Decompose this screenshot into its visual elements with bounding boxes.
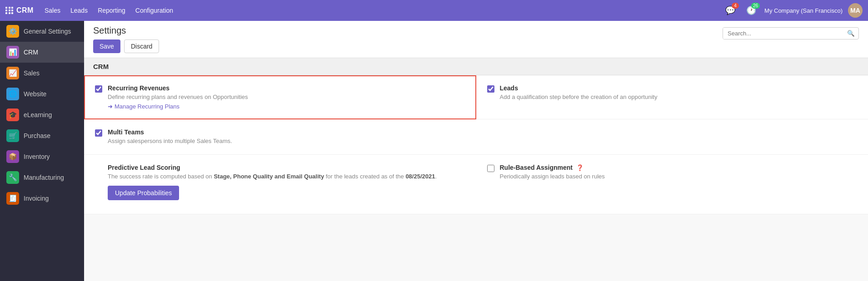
leads-checkbox[interactable] bbox=[487, 85, 494, 93]
leads-content: Leads Add a qualification step before th… bbox=[500, 84, 858, 101]
app-logo[interactable]: CRM bbox=[5, 6, 34, 15]
sidebar-item-label: Sales bbox=[24, 69, 40, 77]
search-button[interactable]: 🔍 bbox=[843, 28, 858, 39]
multi-teams-desc: Assign salespersons into multiple Sales … bbox=[108, 137, 465, 145]
nav-sales[interactable]: Sales bbox=[40, 4, 65, 17]
page-header: Settings Save Discard 🔍 bbox=[84, 21, 868, 58]
manage-recurring-plans-link[interactable]: ➜ Manage Recurring Plans bbox=[108, 103, 180, 110]
main-layout: ⚙️ General Settings 📊 CRM 📈 Sales 🌐 Webs… bbox=[0, 21, 868, 281]
sidebar-item-manufacturing[interactable]: 🔧 Manufacturing bbox=[0, 167, 84, 188]
rule-based-content: Rule-Based Assignment ❓ Periodically ass… bbox=[500, 164, 858, 181]
sales-icon: 📈 bbox=[6, 67, 19, 79]
save-button[interactable]: Save bbox=[93, 39, 120, 53]
search-input[interactable] bbox=[723, 28, 843, 39]
recurring-revenues-content: Recurring Revenues Define recurring plan… bbox=[108, 84, 465, 110]
multi-teams-title: Multi Teams bbox=[108, 128, 465, 136]
sidebar-item-crm[interactable]: 📊 CRM bbox=[0, 42, 84, 63]
manufacturing-icon: 🔧 bbox=[6, 171, 19, 184]
multi-teams-right-empty bbox=[476, 119, 868, 155]
discard-button[interactable]: Discard bbox=[124, 39, 159, 53]
user-avatar[interactable]: MA bbox=[848, 3, 863, 18]
sidebar-item-label: Invoicing bbox=[24, 195, 49, 202]
recurring-revenues-checkbox[interactable] bbox=[95, 85, 102, 93]
rule-based-checkbox[interactable] bbox=[487, 165, 494, 172]
top-nav-links: Sales Leads Reporting Configuration bbox=[40, 4, 720, 17]
sidebar-item-label: Inventory bbox=[24, 153, 50, 160]
leads-setting: Leads Add a qualification step before th… bbox=[476, 75, 868, 119]
sidebar: ⚙️ General Settings 📊 CRM 📈 Sales 🌐 Webs… bbox=[0, 21, 84, 281]
crm-section-header: CRM bbox=[84, 58, 868, 75]
grid-icon bbox=[5, 7, 14, 14]
action-buttons: Save Discard bbox=[93, 39, 859, 53]
predictive-title: Predictive Lead Scoring bbox=[108, 164, 465, 171]
app-name: CRM bbox=[16, 6, 34, 15]
content-area: Settings Save Discard 🔍 CRM Recur bbox=[84, 21, 868, 281]
rule-based-title: Rule-Based Assignment ❓ bbox=[500, 164, 858, 171]
sidebar-item-purchase[interactable]: 🛒 Purchase bbox=[0, 125, 84, 146]
leads-title: Leads bbox=[500, 84, 858, 92]
nav-leads[interactable]: Leads bbox=[66, 4, 92, 17]
sidebar-item-label: CRM bbox=[24, 49, 38, 56]
chat-notification[interactable]: 💬 4 bbox=[723, 5, 738, 16]
recurring-revenues-desc: Define recurring plans and revenues on O… bbox=[108, 93, 465, 101]
sidebar-item-sales[interactable]: 📈 Sales bbox=[0, 63, 84, 84]
predictive-scoring-setting: Predictive Lead Scoring The success rate… bbox=[84, 155, 476, 214]
inventory-icon: 📦 bbox=[6, 150, 19, 163]
clock-badge: 26 bbox=[751, 3, 760, 9]
website-icon: 🌐 bbox=[6, 88, 19, 100]
sidebar-item-invoicing[interactable]: 🧾 Invoicing bbox=[0, 188, 84, 209]
sidebar-item-label: Purchase bbox=[24, 132, 50, 139]
recurring-revenues-title: Recurring Revenues bbox=[108, 84, 465, 92]
rule-based-help-icon: ❓ bbox=[576, 164, 584, 171]
sidebar-item-label: General Settings bbox=[24, 28, 71, 35]
purchase-icon: 🛒 bbox=[6, 129, 19, 142]
leads-desc: Add a qualification step before the crea… bbox=[500, 93, 858, 101]
nav-configuration[interactable]: Configuration bbox=[131, 4, 178, 17]
sidebar-item-label: Website bbox=[24, 90, 46, 98]
top-navigation: CRM Sales Leads Reporting Configuration … bbox=[0, 0, 868, 21]
clock-notification[interactable]: 🕐 26 bbox=[743, 5, 759, 16]
general-settings-icon: ⚙️ bbox=[6, 25, 19, 38]
multi-teams-content: Multi Teams Assign salespersons into mul… bbox=[108, 128, 465, 145]
top-nav-right: 💬 4 🕐 26 My Company (San Francisco) MA bbox=[723, 3, 863, 18]
sidebar-item-label: Manufacturing bbox=[24, 174, 64, 181]
settings-grid: Recurring Revenues Define recurring plan… bbox=[84, 75, 868, 214]
update-probabilities-button[interactable]: Update Probabilities bbox=[108, 186, 179, 200]
recurring-link-label: Manage Recurring Plans bbox=[115, 103, 180, 110]
crm-icon: 📊 bbox=[6, 46, 19, 59]
rule-based-desc: Periodically assign leads based on rules bbox=[500, 173, 858, 181]
sidebar-item-website[interactable]: 🌐 Website bbox=[0, 84, 84, 104]
content-scroll: CRM Recurring Revenues Define recurring … bbox=[84, 58, 868, 281]
predictive-desc: The success rate is computed based on St… bbox=[108, 173, 465, 181]
company-name[interactable]: My Company (San Francisco) bbox=[764, 7, 843, 14]
sidebar-item-general-settings[interactable]: ⚙️ General Settings bbox=[0, 21, 84, 42]
rule-based-setting: Rule-Based Assignment ❓ Periodically ass… bbox=[476, 155, 868, 214]
sidebar-item-label: eLearning bbox=[24, 111, 52, 118]
sidebar-item-inventory[interactable]: 📦 Inventory bbox=[0, 146, 84, 167]
recurring-revenues-setting: Recurring Revenues Define recurring plan… bbox=[84, 75, 476, 119]
predictive-content: Predictive Lead Scoring The success rate… bbox=[108, 164, 465, 200]
elearning-icon: 🎓 bbox=[6, 108, 19, 121]
multi-teams-setting: Multi Teams Assign salespersons into mul… bbox=[84, 119, 476, 155]
nav-reporting[interactable]: Reporting bbox=[93, 4, 130, 17]
search-bar: 🔍 bbox=[723, 27, 859, 39]
invoicing-icon: 🧾 bbox=[6, 192, 19, 205]
sidebar-item-elearning[interactable]: 🎓 eLearning bbox=[0, 104, 84, 125]
multi-teams-checkbox[interactable] bbox=[95, 129, 102, 137]
chat-badge: 4 bbox=[732, 3, 739, 9]
arrow-right-icon: ➜ bbox=[108, 103, 113, 110]
